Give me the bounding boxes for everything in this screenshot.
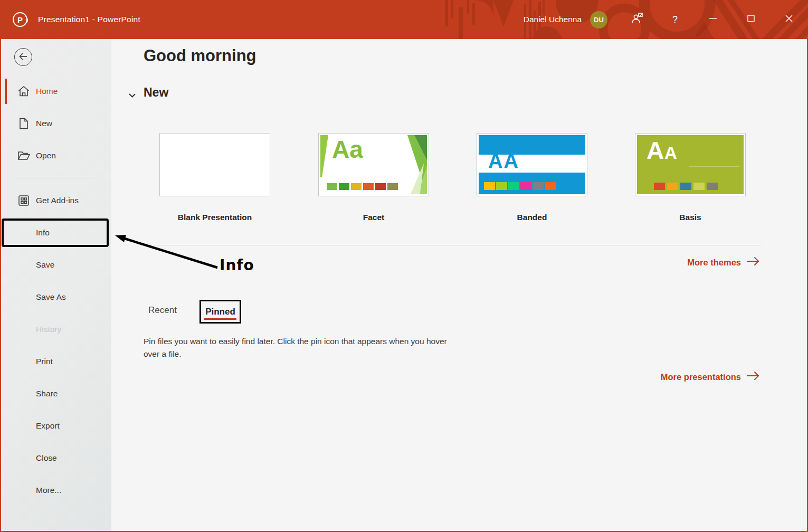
template-card-facet[interactable]: Aa	[318, 133, 429, 196]
sidebar-item-open[interactable]: Open	[1, 141, 111, 170]
banded-template-preview: AA	[479, 135, 585, 194]
sidebar-item-close[interactable]: Close	[1, 443, 111, 473]
sidebar-item-label: Share	[36, 389, 58, 398]
sidebar-item-label: Close	[36, 453, 57, 463]
sidebar-item-label: Open	[36, 151, 56, 160]
minimize-button[interactable]	[694, 0, 732, 39]
pinned-annotation-box: Pinned	[199, 300, 241, 324]
minimize-icon	[709, 14, 717, 25]
sidebar-divider	[17, 178, 96, 178]
template-card-blank[interactable]	[159, 133, 270, 196]
sidebar-item-label: Save	[36, 260, 54, 270]
more-themes-label: More themes	[687, 258, 741, 268]
sidebar-item-label: Home	[36, 87, 58, 96]
sidebar-item-get-add-ins[interactable]: Get Add-ins	[1, 186, 111, 215]
theme-color-swatch	[707, 183, 718, 190]
basis-template-preview: A A	[637, 135, 744, 194]
back-arrow-icon	[17, 51, 29, 64]
theme-color-swatch	[533, 182, 544, 190]
window-title: Presentation1 - PowerPoint	[38, 0, 140, 39]
tab-recent[interactable]: Recent	[148, 305, 177, 316]
signed-in-user-name: Daniel Uchenna	[524, 15, 582, 24]
template-name: Banded	[477, 213, 587, 222]
avatar[interactable]: DU	[590, 11, 607, 28]
sidebar-item-label: Save As	[36, 292, 66, 302]
sidebar-item-label: New	[36, 119, 52, 128]
theme-color-swatch	[375, 183, 386, 190]
help-button[interactable]: ?	[656, 0, 694, 39]
theme-color-swatch	[520, 182, 531, 190]
tab-pinned[interactable]: Pinned	[205, 307, 235, 317]
sidebar-item-export[interactable]: Export	[1, 411, 111, 441]
pinned-empty-hint: Pin files you want to easily find later.…	[144, 335, 463, 360]
sidebar-item-history: History	[1, 315, 111, 344]
back-button[interactable]	[14, 48, 32, 66]
backstage-home-panel: Good morning New Aa AA	[111, 39, 807, 531]
sidebar-item-share[interactable]: Share	[1, 379, 111, 408]
sidebar-item-home[interactable]: Home	[1, 77, 111, 106]
blank-template-preview	[161, 135, 268, 194]
theme-color-swatch	[363, 183, 374, 190]
more-presentations-link[interactable]: More presentations	[661, 371, 761, 383]
more-presentations-label: More presentations	[661, 372, 741, 382]
add-ins-grid-icon	[17, 194, 31, 207]
theme-color-swatch	[667, 183, 678, 190]
powerpoint-window: P Presentation1 - PowerPoint Daniel Uche…	[0, 0, 808, 532]
close-icon	[785, 14, 793, 25]
close-button[interactable]	[770, 0, 808, 39]
sidebar-item-label: Get Add-ins	[36, 196, 79, 205]
person-share-icon	[630, 12, 644, 28]
sidebar-item-info[interactable]: Info	[1, 218, 111, 248]
sidebar-item-label: Export	[36, 421, 60, 431]
theme-color-swatch	[496, 182, 507, 190]
share-contact-button[interactable]	[618, 0, 656, 39]
backstage-sidebar: Home New Open	[1, 39, 111, 531]
right-arrow-icon	[746, 371, 761, 383]
theme-color-swatch	[339, 183, 349, 190]
sidebar-item-save[interactable]: Save	[1, 250, 111, 280]
theme-color-swatch	[327, 183, 337, 190]
sidebar-item-label: Info	[36, 228, 50, 238]
collapse-chevron-icon[interactable]	[128, 91, 137, 102]
selected-tab-underline	[204, 318, 236, 320]
greeting-heading: Good morning	[144, 46, 256, 65]
theme-color-swatch	[693, 183, 705, 190]
template-name: Facet	[318, 213, 429, 222]
theme-color-swatch	[508, 182, 519, 190]
sidebar-item-label: Print	[36, 357, 53, 366]
theme-color-swatch	[351, 183, 362, 190]
title-bar: P Presentation1 - PowerPoint Daniel Uche…	[0, 0, 808, 39]
template-card-basis[interactable]: A A	[635, 133, 746, 196]
open-folder-icon	[17, 149, 31, 163]
template-name: Blank Presentation	[159, 213, 270, 222]
sidebar-item-more[interactable]: More...	[1, 476, 111, 505]
powerpoint-logo-icon: P	[13, 12, 27, 27]
new-section-heading: New	[144, 86, 168, 100]
annotation-callout-label: Info	[220, 256, 254, 274]
template-name: Basis	[635, 213, 746, 222]
sidebar-item-save-as[interactable]: Save As	[1, 282, 111, 312]
sidebar-item-label: More...	[36, 486, 61, 495]
new-document-icon	[17, 117, 31, 130]
home-icon	[17, 84, 31, 98]
right-arrow-icon	[746, 256, 761, 268]
theme-color-swatch	[654, 183, 665, 190]
active-indicator	[5, 79, 7, 104]
theme-color-swatch	[680, 183, 691, 190]
tab-label: Recent	[148, 305, 177, 315]
sidebar-item-label: History	[36, 325, 61, 334]
maximize-icon	[747, 14, 755, 25]
theme-color-swatch	[387, 183, 398, 190]
sidebar-item-new[interactable]: New	[1, 109, 111, 138]
theme-color-swatch	[545, 182, 556, 190]
theme-color-swatch	[484, 182, 495, 190]
section-divider	[144, 245, 762, 245]
template-card-banded[interactable]: AA	[477, 133, 587, 196]
more-themes-link[interactable]: More themes	[687, 256, 761, 268]
sidebar-item-print[interactable]: Print	[1, 347, 111, 376]
facet-template-preview: Aa	[320, 135, 427, 194]
tab-label: Pinned	[205, 307, 235, 317]
maximize-button[interactable]	[732, 0, 770, 39]
